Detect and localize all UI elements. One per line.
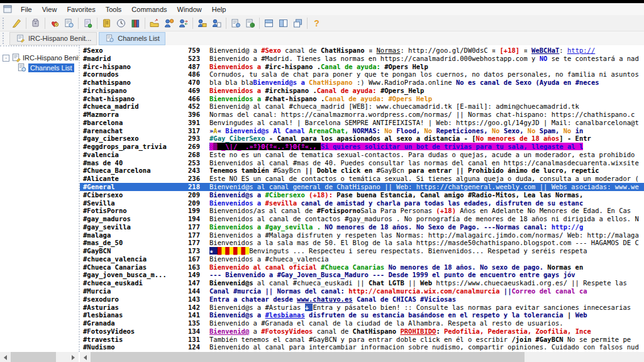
channel-row[interactable]: #mas_de_40253Bienvenidos al canal #mas_d… <box>80 159 644 167</box>
menu-item-view[interactable]: View <box>37 4 62 15</box>
menu-item-commands[interactable]: Commands <box>126 4 172 15</box>
channel-row[interactable]: #General218Bienvenid@s al canal general … <box>80 183 644 191</box>
channel-row[interactable]: #FotisPorno199Bienvenidos/as al canal de… <box>80 207 644 215</box>
tree-expander-icon[interactable]: - <box>3 55 9 62</box>
channel-row[interactable]: #Sevilla209 Bienvenidos a #sevilla canal… <box>80 199 644 207</box>
channel-row[interactable]: #lesbianas141Bienvenid@s a #lesbianas di… <box>80 311 644 319</box>
channel-name: #madrid <box>80 55 177 63</box>
list-hscrollbar[interactable] <box>80 352 644 362</box>
tabbar-grip[interactable] <box>3 33 7 44</box>
channel-row[interactable]: #cornudos486Cornudos, tu sala de chat pa… <box>80 70 644 79</box>
topic-segment: in <box>571 127 583 134</box>
topic-segment: Bienvenidos al canal de contactos #gay_m… <box>209 215 639 222</box>
topic-segment: ChatHispano <box>309 79 353 86</box>
help-icon[interactable]: ? <box>309 16 324 30</box>
channel-topic: Cornudos, tu sala de chat para poner y q… <box>209 70 644 79</box>
channel-row[interactable]: #Mazmorra396Normas del canal: https://ca… <box>80 111 644 119</box>
user-switch-icon[interactable] <box>176 16 191 30</box>
script-icon[interactable] <box>80 16 95 30</box>
channel-row[interactable]: #Murcia144Canal #murcia || Normas del ca… <box>80 287 644 295</box>
channel-row[interactable]: #madrid523Bienvenido a #Madrid. Tienes l… <box>80 55 644 63</box>
log-view-icon[interactable] <box>228 16 243 30</box>
channel-row[interactable]: #valencia268Este no es un canal de temat… <box>80 151 644 159</box>
channel-name: #irc-hispano <box>80 63 177 71</box>
topic-segment: Doble click en <box>317 167 377 174</box>
topic-segment: ChatHispano <box>321 47 365 54</box>
find-user-icon[interactable] <box>195 16 209 30</box>
menu-item-file[interactable]: File <box>16 4 37 15</box>
tree-item-network[interactable]: - IRC-Hispano BenitoLop <box>0 53 79 63</box>
tile-vertical-icon[interactable] <box>276 16 291 30</box>
channel-row[interactable]: #chathispano470bla bla blaBienvenid@s a … <box>80 79 644 87</box>
tab-status-window[interactable]: IRC-Hispano Benit... <box>9 32 97 45</box>
tile-horizontal-icon[interactable] <box>262 16 276 30</box>
cascade-icon[interactable] <box>291 16 305 30</box>
url-catcher-icon[interactable] <box>243 16 257 30</box>
channel-row[interactable]: #arenachat317 »A« Bienvenid@s Al Canal A… <box>80 127 644 135</box>
list-scroll-track[interactable] <box>525 352 644 362</box>
tree-item-channels-list[interactable]: Channels List <box>0 63 79 73</box>
channel-row[interactable]: #travestis131También tenemos el canal #G… <box>80 336 644 344</box>
channel-row[interactable]: #FotosyVideos134 Bienvenid@ a #FotosyVid… <box>80 327 644 336</box>
channel-row[interactable]: #Alicante236Este NO ES un canal de conta… <box>80 175 644 183</box>
tree-hscrollbar[interactable] <box>0 352 79 362</box>
user-chat-icon[interactable] <box>162 16 176 30</box>
channel-row[interactable]: #Cibersexo209Bienvenid@s a #Cibersexo (+… <box>80 191 644 199</box>
tree-scroll-thumb[interactable] <box>11 352 56 362</box>
topic-segment: Bienvenido al canal oficial <box>209 263 321 271</box>
channel-name: #mas_de_50 <box>80 239 177 247</box>
channel-row[interactable]: #Asturias142Bienvenid@s a #Asturias + En… <box>80 304 644 312</box>
topic-segment: También tenemos el canal #GayBCN y para … <box>209 336 511 343</box>
app-icon[interactable] <box>3 5 13 14</box>
channel-row[interactable]: #gay_sevilla177 Bienvenidos a #gay_sevil… <box>80 223 644 231</box>
channel-row[interactable]: #mas_de_50177Bienvenidos a la sala mas d… <box>80 239 644 247</box>
channel-name: #FotosyVideos <box>80 327 177 336</box>
tree-scroll-left-icon[interactable] <box>0 352 11 362</box>
channel-row[interactable]: #Granada135Bienvenido a #Granada el cana… <box>80 319 644 327</box>
options-icon[interactable] <box>28 16 43 30</box>
topic-segment: (+18): <box>305 191 333 199</box>
channel-row[interactable]: #Chueca_Barcelona243Tenemos también #Gay… <box>80 167 644 175</box>
menu-item-help[interactable]: Help <box>207 4 231 15</box>
clock-icon[interactable] <box>114 16 128 30</box>
topic-segment: a <box>249 327 261 335</box>
dcc-send-icon[interactable] <box>147 16 162 30</box>
menu-item-favorites[interactable]: Favorites <box>62 4 100 15</box>
channel-users-count: 293 <box>177 134 200 143</box>
channel-row[interactable]: #Chueca_Canarias163Bienvenido al canal o… <box>80 263 644 272</box>
channel-row[interactable]: #chat-hispano466Bienvenidos a #chat-hisp… <box>80 95 644 103</box>
tab-channels-list[interactable]: Channels List <box>99 32 165 45</box>
channel-users-count: 134 <box>177 327 200 336</box>
channel-row[interactable]: #chueca_euskadi147Bienvenid@s al canal #… <box>80 279 644 287</box>
channel-users-count: 218 <box>177 183 200 191</box>
channel-row[interactable]: #malaga177Bienvenidos a #Malaga disfrute… <box>80 231 644 239</box>
list-scroll-thumb[interactable] <box>91 352 525 362</box>
channel-row[interactable]: #irc-hispano487Bienvenidos a #irc-hispan… <box>80 63 644 71</box>
channel-row[interactable]: #sexoduro143 Entra a chatear desde www.c… <box>80 295 644 304</box>
channel-row[interactable]: #chueca_valencia167Bienvenidos a #chueca… <box>80 255 644 263</box>
channel-row[interactable]: #GayBCN173 ★ █ █ █ █ Benvinguts ... Resp… <box>80 247 644 255</box>
channel-row[interactable]: #irchispano469Bienvenidos a #irchispano … <box>80 87 644 95</box>
channel-row[interactable]: #gay_cibersexo293#Gay_CiberSexo - Canal … <box>80 134 644 143</box>
channel-row[interactable]: #eggdrops_para_trivia269▓▒ _\|/_ .»º}Θ{º… <box>80 143 644 151</box>
toolbar-grip[interactable] <box>3 18 7 29</box>
channel-row[interactable]: #barcelona391Benvingudes al canal! | Bar… <box>80 119 644 127</box>
list-scroll-left-icon[interactable] <box>80 352 91 362</box>
channel-row[interactable]: #chueca_madrid452Bienvenid@ al canal #ch… <box>80 102 644 111</box>
tree-scroll-track[interactable] <box>56 352 68 362</box>
topic-segment: ---Normas canal: <box>480 223 552 231</box>
channel-row[interactable]: #gay_maduros194Bienvenidos al canal de c… <box>80 215 644 223</box>
books-icon[interactable] <box>128 16 143 30</box>
user-info-icon[interactable] <box>209 16 224 30</box>
channel-name: #chueca_madrid <box>80 102 177 111</box>
channel-row[interactable]: #Nudismo124Bienvenido al canal para inte… <box>80 343 644 351</box>
menu-item-window[interactable]: Window <box>172 4 207 15</box>
channels-icon[interactable] <box>62 16 76 30</box>
menu-item-tools[interactable]: Tools <box>101 4 127 15</box>
connect-icon[interactable] <box>9 16 24 30</box>
channel-row[interactable]: #gay_joven_busca_m...149 --- Bienvenido … <box>80 271 644 279</box>
channel-row[interactable]: #Sexo759 Bienvenid@ a #Sexo canal de Cha… <box>80 47 644 55</box>
favorites-icon[interactable] <box>47 16 62 30</box>
tree-scroll-right-icon[interactable] <box>68 352 79 362</box>
notes-icon[interactable] <box>99 16 114 30</box>
